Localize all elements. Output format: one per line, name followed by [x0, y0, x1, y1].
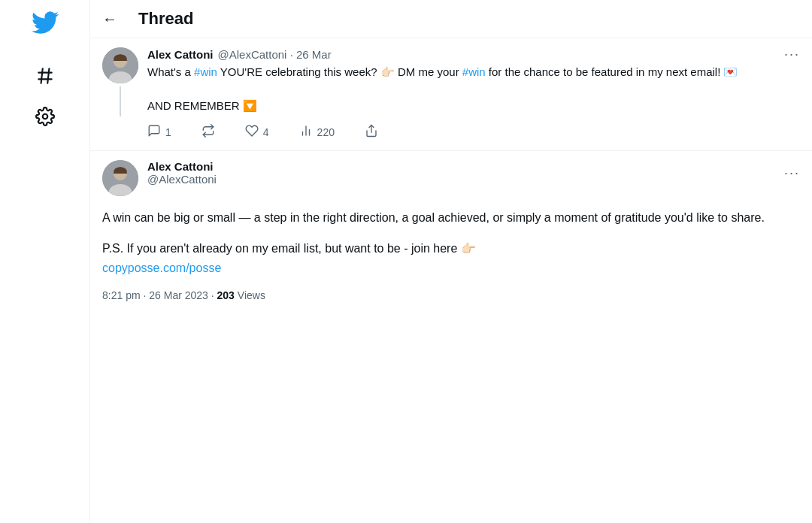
tweet-1-text: What's a #win YOU'RE celebrating this we…	[147, 64, 800, 115]
svg-line-3	[47, 68, 49, 83]
like-count: 4	[263, 126, 269, 138]
like-action[interactable]: 4	[245, 124, 269, 141]
share-action[interactable]	[365, 124, 378, 141]
avatar-col-1	[102, 47, 138, 116]
copyposse-link[interactable]: copyposse.com/posse	[102, 262, 221, 274]
reply-count: 1	[165, 126, 171, 138]
tweet-2-more-button[interactable]: ···	[784, 166, 800, 180]
svg-point-4	[42, 114, 47, 119]
tweet-1: Alex Cattoni @AlexCattoni · 26 Mar ··· W…	[90, 38, 812, 151]
tweet-2-body: Alex Cattoni @AlexCattoni ···	[147, 160, 800, 189]
share-icon	[365, 124, 378, 141]
twitter-logo[interactable]	[32, 9, 59, 45]
retweet-action[interactable]	[201, 124, 215, 141]
like-icon	[245, 124, 259, 141]
tweet-2-text-1: A win can be big or small — a step in th…	[102, 208, 800, 228]
tweet-1-actions: 1	[147, 124, 800, 141]
svg-line-2	[41, 68, 42, 83]
views-count: 220	[317, 126, 335, 138]
tweet-2-handle: @AlexCattoni	[147, 173, 217, 186]
main-content: ← Thread	[90, 0, 812, 523]
views-icon	[299, 124, 313, 141]
settings-icon[interactable]	[35, 107, 55, 126]
back-button[interactable]: ←	[102, 11, 117, 28]
sidebar	[0, 0, 90, 523]
avatar-1	[102, 47, 138, 83]
tweet-1-display-name: Alex Cattoni	[147, 48, 214, 61]
thread-header: ← Thread	[90, 0, 812, 38]
page-title: Thread	[138, 9, 193, 29]
tweet-2-meta: 8:21 pm · 26 Mar 2023 · 203 Views	[102, 289, 800, 301]
reply-action[interactable]: 1	[147, 124, 171, 141]
avatar-2	[102, 160, 138, 196]
tweet-1-user-info: Alex Cattoni @AlexCattoni · 26 Mar	[147, 48, 332, 61]
tweet-1-more-button[interactable]: ···	[784, 47, 800, 61]
reply-icon	[147, 124, 161, 141]
retweet-icon	[201, 124, 215, 141]
thread-line-1	[120, 86, 121, 116]
tweet-2: Alex Cattoni @AlexCattoni ··· A win can …	[90, 151, 812, 308]
views-action[interactable]: 220	[299, 124, 335, 141]
tweet-1-body: Alex Cattoni @AlexCattoni · 26 Mar ··· W…	[147, 47, 800, 141]
tweet-2-user: Alex Cattoni @AlexCattoni	[147, 160, 217, 186]
tweet-2-text-2: P.S. If you aren't already on my email l…	[102, 239, 800, 277]
explore-icon[interactable]	[35, 66, 55, 86]
tweet-2-display-name: Alex Cattoni	[147, 160, 217, 173]
tweet-1-handle-date: @AlexCattoni · 26 Mar	[218, 48, 332, 61]
